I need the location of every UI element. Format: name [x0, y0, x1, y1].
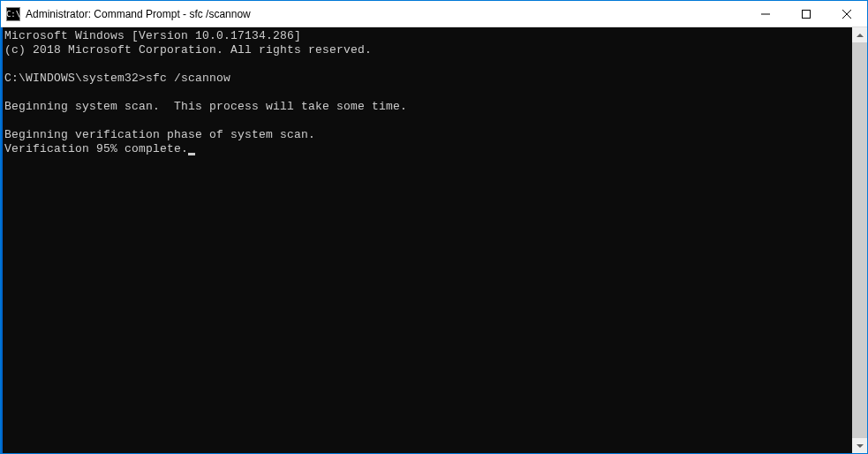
client-area: Microsoft Windows [Version 10.0.17134.28…	[1, 27, 867, 453]
svg-rect-1	[803, 10, 811, 18]
terminal-output[interactable]: Microsoft Windows [Version 10.0.17134.28…	[3, 27, 852, 453]
svg-marker-5	[857, 444, 864, 448]
terminal-command: sfc /scannow	[146, 72, 230, 85]
terminal-line: Beginning system scan. This process will…	[4, 100, 407, 113]
titlebar[interactable]: C:\ Administrator: Command Prompt - sfc …	[1, 1, 867, 27]
app-icon: C:\	[6, 7, 20, 21]
scroll-up-button[interactable]	[852, 27, 867, 42]
maximize-button[interactable]	[786, 1, 826, 26]
minimize-button[interactable]	[745, 1, 786, 26]
window-frame: C:\ Administrator: Command Prompt - sfc …	[0, 0, 868, 454]
scroll-down-button[interactable]	[852, 438, 867, 453]
terminal-prompt: C:\WINDOWS\system32>	[4, 72, 146, 85]
window-controls	[745, 1, 867, 26]
close-button[interactable]	[826, 1, 867, 26]
terminal-line: Beginning verification phase of system s…	[4, 128, 315, 141]
chevron-down-icon	[857, 444, 864, 448]
maximize-icon	[802, 10, 811, 19]
scroll-thumb[interactable]	[852, 42, 867, 438]
scroll-track[interactable]	[852, 42, 867, 438]
terminal-progress: Verification 95% complete.	[4, 142, 188, 155]
chevron-up-icon	[857, 34, 864, 37]
svg-marker-4	[857, 34, 864, 37]
minimize-icon	[761, 10, 770, 19]
cursor	[188, 153, 195, 155]
close-icon	[842, 10, 851, 19]
window-title: Administrator: Command Prompt - sfc /sca…	[26, 8, 745, 20]
vertical-scrollbar[interactable]	[852, 27, 867, 453]
terminal-line: Microsoft Windows [Version 10.0.17134.28…	[4, 29, 301, 42]
terminal-line: (c) 2018 Microsoft Corporation. All righ…	[4, 43, 372, 57]
